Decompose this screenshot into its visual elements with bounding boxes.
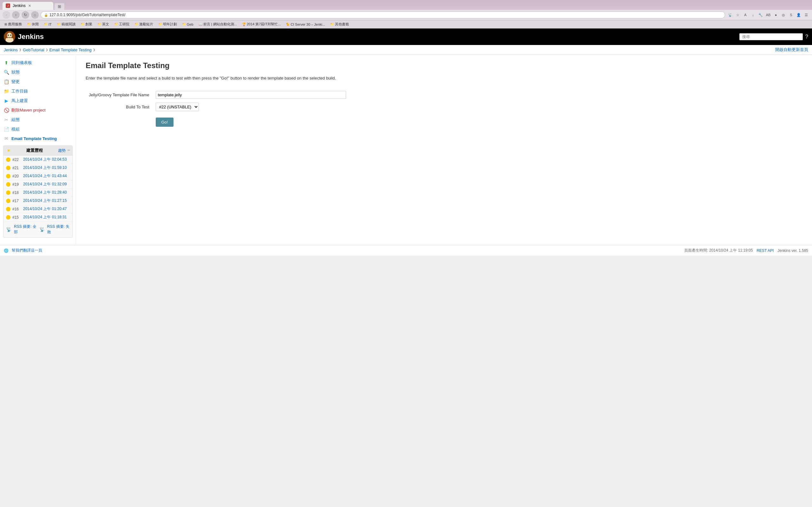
- build-date-link[interactable]: 2014/10/24 上午 01:28:40: [23, 190, 67, 195]
- active-tab[interactable]: J Jenkins ✕: [3, 2, 53, 10]
- bookmark-nextyear[interactable]: 📁 明年計劃: [156, 21, 179, 27]
- bookmark-startup-label: 創業: [85, 22, 92, 26]
- new-tab-button[interactable]: ⊞: [55, 3, 64, 10]
- configure-link[interactable]: 組態: [11, 117, 20, 123]
- rest-api-link[interactable]: REST API: [757, 248, 774, 253]
- build-date-link[interactable]: 2014/10/24 上午 01:32:09: [23, 181, 67, 187]
- build-history-row: #22 2014/10/24 上午 02:04:53: [3, 156, 72, 164]
- build-status-icon: [6, 174, 10, 178]
- breadcrumb-current[interactable]: Email Template Testing: [49, 48, 92, 52]
- profile-icon[interactable]: 👤: [796, 12, 802, 18]
- modules-link[interactable]: 模組: [11, 126, 20, 132]
- bookmark-startup[interactable]: 📁 創業: [79, 21, 94, 27]
- build-history-row: #21 2014/10/24 上午 01:59:10: [3, 164, 72, 172]
- trend-link[interactable]: 趨勢: [58, 148, 66, 153]
- rss-fail-link[interactable]: RSS 摘要: 失敗: [47, 224, 70, 235]
- translate-icon[interactable]: A: [742, 12, 749, 18]
- bookmark-geb-label: Geb: [187, 22, 194, 26]
- bookmark-geb[interactable]: 📁 Geb: [180, 22, 195, 27]
- build-history-row: #17 2014/10/24 上午 01:27:15: [3, 197, 72, 205]
- go-button-cell: Go!: [153, 113, 349, 129]
- back-button[interactable]: ‹: [3, 11, 10, 19]
- svg-point-3: [10, 35, 11, 36]
- home-button[interactable]: ⌂: [31, 11, 39, 19]
- bookmark-other[interactable]: 📁 其他書籤: [328, 21, 351, 27]
- menu-icon[interactable]: ☰: [803, 12, 809, 18]
- auto-refresh-link[interactable]: 開啟自動更新首頁: [775, 47, 808, 53]
- build-history-header: ☀ 建置歷程 趨勢 ━: [3, 146, 72, 156]
- sidebar-item-status[interactable]: 🔍 狀態: [0, 67, 76, 77]
- build-date-link[interactable]: 2014/10/24 上午 01:59:10: [23, 165, 67, 170]
- delete-link[interactable]: 刪除Maven project: [11, 107, 46, 113]
- translate-button[interactable]: 幫我們翻譯這一頁: [12, 248, 42, 253]
- nav-actions: 📡 ☆ A ↓ 🔧 AB ● ◎ S 👤 ☰: [727, 12, 809, 18]
- bookmark-leisure[interactable]: 📁 休閒: [25, 21, 41, 27]
- bookmark-star-icon[interactable]: ☆: [734, 12, 741, 18]
- adblock-icon[interactable]: AB: [765, 12, 771, 18]
- sidebar-item-email-template[interactable]: ✉ Email Template Testing: [0, 134, 76, 143]
- template-input[interactable]: [156, 91, 346, 99]
- search-input[interactable]: [740, 33, 803, 40]
- bookmark-english[interactable]: 📁 英文: [96, 21, 111, 27]
- email-template-link[interactable]: Email Template Testing: [11, 136, 57, 141]
- bookmark-ithelp[interactable]: 🏆 2014 第7屆IT邦幫忙...: [240, 21, 283, 27]
- rss-all-link[interactable]: RSS 摘要: 全部: [14, 224, 37, 235]
- delete-icon: 🚫: [4, 108, 9, 113]
- sidebar-item-modules[interactable]: 📄 模組: [0, 124, 76, 134]
- download-icon[interactable]: ↓: [750, 12, 756, 18]
- bookmark-apps[interactable]: ⊞ 應用服務: [3, 21, 24, 27]
- tab-favicon: J: [6, 3, 10, 8]
- bookmark-draft[interactable]: 📁 稿後閱讀: [55, 21, 78, 27]
- help-button[interactable]: ?: [805, 34, 808, 40]
- bookmark-shorts[interactable]: 📁 激勵短片: [133, 21, 155, 27]
- build-now-link[interactable]: 馬上建置: [11, 98, 28, 104]
- bookmark-apps-label: 應用服務: [8, 22, 22, 26]
- extension3-icon[interactable]: S: [788, 12, 794, 18]
- status-link[interactable]: 狀態: [11, 69, 20, 75]
- page-footer: 🌐 幫我們翻譯這一頁 頁面產生時間: 2014/10/24 上午 11:19:0…: [0, 245, 812, 256]
- build-select[interactable]: #22 (UNSTABLE)#21#20#19#18#17#16#15: [156, 103, 199, 111]
- build-date-link[interactable]: 2014/10/24 上午 01:27:15: [23, 198, 67, 204]
- tab-close-button[interactable]: ✕: [28, 4, 31, 8]
- folder-icon-nextyear: 📁: [158, 22, 162, 26]
- chrome-icon[interactable]: ◎: [780, 12, 786, 18]
- breadcrumb-gebtutorial[interactable]: GebTutorial: [23, 48, 44, 52]
- folder-icon-itri: 📁: [114, 22, 118, 26]
- build-history-row: #18 2014/10/24 上午 01:28:40: [3, 188, 72, 197]
- page-description: Enter the template file name and select …: [86, 75, 803, 81]
- sidebar-item-delete[interactable]: 🚫 刪除Maven project: [0, 106, 76, 115]
- sidebar-item-configure[interactable]: ✂ 組態: [0, 115, 76, 124]
- jenkins-title: Jenkins: [18, 33, 44, 41]
- bookmark-preface[interactable]: 📖 前言 | 網站自動化測...: [197, 21, 239, 27]
- bookmark-preface-label: 前言 | 網站自動化測...: [203, 22, 237, 26]
- sidebar-item-build-now[interactable]: ▶ 馬上建置: [0, 96, 76, 106]
- rss-icon[interactable]: 📡: [727, 12, 733, 18]
- sidebar-item-changes[interactable]: 📋 變更: [0, 77, 76, 87]
- refresh-button[interactable]: ↻: [21, 11, 29, 19]
- changes-icon: 📋: [4, 79, 9, 84]
- changes-link[interactable]: 變更: [11, 79, 20, 84]
- bookmark-itri-label: 工研院: [119, 22, 130, 26]
- bookmark-itri[interactable]: 📁 工研院: [112, 21, 131, 27]
- build-history-row: #16 2014/10/24 上午 01:20:47: [3, 205, 72, 213]
- breadcrumb-jenkins[interactable]: Jenkins: [4, 48, 18, 52]
- forward-button[interactable]: ›: [12, 11, 20, 19]
- build-date-link[interactable]: 2014/10/24 上午 01:18:31: [23, 215, 67, 220]
- go-button[interactable]: Go!: [156, 118, 174, 127]
- build-status-icon: [6, 215, 10, 220]
- address-bar[interactable]: 🔒 127.0.0.1:9095/job/GebTutorial/templat…: [41, 11, 725, 18]
- build-date-link[interactable]: 2014/10/24 上午 01:43:44: [23, 173, 67, 179]
- bookmark-ciserver[interactable]: 🐈 CI Server 30 – Jenki...: [284, 22, 327, 27]
- sidebar-item-workspace[interactable]: 📁 工作目錄: [0, 87, 76, 96]
- build-history-row: #19 2014/10/24 上午 01:32:09: [3, 180, 72, 188]
- build-date-link[interactable]: 2014/10/24 上午 01:20:47: [23, 206, 67, 212]
- sidebar-item-dashboard[interactable]: ⬆ 回到儀表板: [0, 58, 76, 67]
- extension2-icon[interactable]: ●: [773, 12, 779, 18]
- dashboard-link[interactable]: 回到儀表板: [11, 60, 32, 66]
- extension1-icon[interactable]: 🔧: [757, 12, 764, 18]
- build-date-link[interactable]: 2014/10/24 上午 02:04:53: [23, 157, 67, 162]
- build-label: Build To Test: [86, 101, 153, 113]
- main-content: Email Template Testing Enter the templat…: [76, 55, 812, 245]
- bookmark-it[interactable]: 📁 IT: [42, 22, 54, 27]
- workspace-link[interactable]: 工作目錄: [11, 89, 28, 94]
